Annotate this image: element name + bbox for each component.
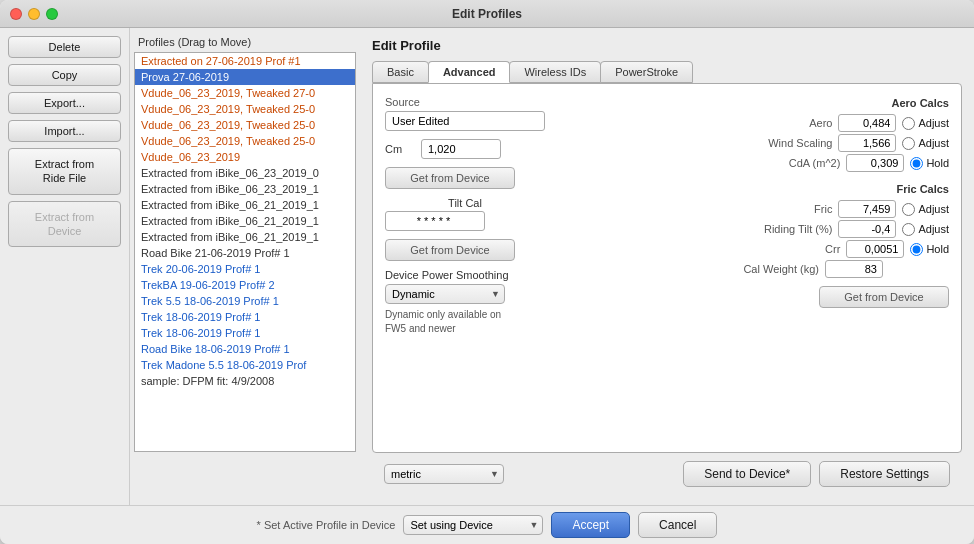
accept-button[interactable]: Accept: [551, 512, 630, 538]
maximize-button[interactable]: [46, 8, 58, 20]
crr-hold-input[interactable]: [910, 243, 923, 256]
cda-hold-input[interactable]: [910, 157, 923, 170]
riding-tilt-input[interactable]: [838, 220, 896, 238]
fric-adjust-label: Adjust: [918, 203, 949, 215]
edit-profile-title: Edit Profile: [372, 38, 962, 53]
close-button[interactable]: [10, 8, 22, 20]
metric-select-wrapper: metric imperial ▼: [384, 464, 504, 484]
get-from-device-2-button[interactable]: Get from Device: [385, 239, 515, 261]
list-item[interactable]: Extracted from iBike_06_21_2019_1: [135, 213, 355, 229]
source-input[interactable]: [385, 111, 545, 131]
list-item[interactable]: Trek 5.5 18-06-2019 Prof# 1: [135, 293, 355, 309]
titlebar: Edit Profiles: [0, 0, 974, 28]
source-label: Source: [385, 96, 545, 108]
aero-adjust-radio: Adjust: [902, 117, 949, 130]
list-item[interactable]: Extracted on 27-06-2019 Prof #1: [135, 53, 355, 69]
smoothing-section: Device Power Smoothing Dynamic 1 second …: [385, 269, 545, 336]
cda-input[interactable]: [846, 154, 904, 172]
send-to-device-button[interactable]: Send to Device*: [683, 461, 811, 487]
source-row: Source: [385, 96, 545, 131]
smoothing-select-wrapper: Dynamic 1 second 3 seconds ▼: [385, 284, 505, 304]
tab-content: Source Cm Get from Device: [372, 83, 962, 453]
get-device-3-row: Get from Device: [561, 286, 949, 308]
list-item[interactable]: Trek Madone 5.5 18-06-2019 Prof: [135, 357, 355, 373]
cal-weight-input[interactable]: [825, 260, 883, 278]
tab-basic[interactable]: Basic: [372, 61, 429, 83]
list-item[interactable]: Vdude_06_23_2019: [135, 149, 355, 165]
list-item[interactable]: Vdude_06_23_2019, Tweaked 25-0: [135, 101, 355, 117]
extract-device-button[interactable]: Extract fromDevice: [8, 201, 121, 248]
footer-note: * Set Active Profile in Device: [257, 519, 396, 531]
list-item[interactable]: Trek 18-06-2019 Prof# 1: [135, 325, 355, 341]
list-item[interactable]: Extracted from iBike_06_23_2019_1: [135, 181, 355, 197]
aero-adjust-input[interactable]: [902, 117, 915, 130]
cm-label: Cm: [385, 143, 415, 155]
list-item[interactable]: Extracted from iBike_06_21_2019_1: [135, 197, 355, 213]
list-item[interactable]: Extracted from iBike_06_21_2019_1: [135, 229, 355, 245]
extract-ride-button[interactable]: Extract fromRide File: [8, 148, 121, 195]
list-item[interactable]: Vdude_06_23_2019, Tweaked 27-0: [135, 85, 355, 101]
crr-label: Crr: [760, 243, 840, 255]
left-column: Source Cm Get from Device: [385, 96, 545, 336]
list-item[interactable]: Vdude_06_23_2019, Tweaked 25-0: [135, 133, 355, 149]
profile-list[interactable]: Extracted on 27-06-2019 Prof #1Prova 27-…: [134, 52, 356, 452]
footer: * Set Active Profile in Device Set using…: [0, 505, 974, 544]
list-item[interactable]: sample: DFPM fit: 4/9/2008: [135, 373, 355, 389]
tab-wireless-ids[interactable]: Wireless IDs: [509, 61, 601, 83]
tilt-input[interactable]: [385, 211, 485, 231]
aero-radio-group: Adjust: [902, 117, 949, 130]
delete-button[interactable]: Delete: [8, 36, 121, 58]
smoothing-select[interactable]: Dynamic 1 second 3 seconds: [385, 284, 505, 304]
form-body: Source Cm Get from Device: [385, 96, 949, 336]
fric-label: Fric: [752, 203, 832, 215]
wind-adjust-input[interactable]: [902, 137, 915, 150]
set-using-device-select[interactable]: Set using Device: [403, 515, 543, 535]
set-using-device-wrapper: Set using Device ▼: [403, 515, 543, 535]
list-item[interactable]: Extracted from iBike_06_23_2019_0: [135, 165, 355, 181]
wind-scaling-input[interactable]: [838, 134, 896, 152]
aero-input[interactable]: [838, 114, 896, 132]
right-panel: Edit Profile BasicAdvancedWireless IDsPo…: [360, 28, 974, 505]
metric-select[interactable]: metric imperial: [384, 464, 504, 484]
list-item[interactable]: TrekBA 19-06-2019 Prof# 2: [135, 277, 355, 293]
import-button[interactable]: Import...: [8, 120, 121, 142]
dynamic-note: Dynamic only available onFW5 and newer: [385, 308, 545, 336]
get-from-device-3-button[interactable]: Get from Device: [819, 286, 949, 308]
list-item[interactable]: Vdude_06_23_2019, Tweaked 25-0: [135, 117, 355, 133]
cda-radio-group: Hold: [910, 157, 949, 170]
riding-radio-group: Adjust: [902, 223, 949, 236]
get-device-2-row: Get from Device: [385, 239, 545, 261]
bottom-left: metric imperial ▼: [384, 464, 504, 484]
crr-input[interactable]: [846, 240, 904, 258]
main-content: Delete Copy Export... Import... Extract …: [0, 28, 974, 505]
cm-input[interactable]: [421, 139, 501, 159]
cal-weight-label: Cal Weight (kg): [739, 263, 819, 275]
list-item[interactable]: Trek 18-06-2019 Prof# 1: [135, 309, 355, 325]
tilt-cal-label: Tilt Cal: [385, 197, 545, 209]
wind-scaling-label: Wind Scaling: [752, 137, 832, 149]
list-item[interactable]: Trek 20-06-2019 Prof# 1: [135, 261, 355, 277]
riding-adjust-input[interactable]: [902, 223, 915, 236]
export-button[interactable]: Export...: [8, 92, 121, 114]
crr-hold-label: Hold: [926, 243, 949, 255]
tab-powerstroke[interactable]: PowerStroke: [600, 61, 693, 83]
smoothing-label: Device Power Smoothing: [385, 269, 545, 281]
list-item[interactable]: Prova 27-06-2019: [135, 69, 355, 85]
wind-row: Wind Scaling Adjust: [561, 134, 949, 152]
fric-input[interactable]: [838, 200, 896, 218]
crr-radio-group: Hold: [910, 243, 949, 256]
tab-advanced[interactable]: Advanced: [428, 61, 511, 83]
main-window: Edit Profiles Delete Copy Export... Impo…: [0, 0, 974, 544]
aero-row: Aero Adjust: [561, 114, 949, 132]
cda-label: CdA (m^2): [760, 157, 840, 169]
window-title: Edit Profiles: [452, 7, 522, 21]
list-item[interactable]: Road Bike 18-06-2019 Prof# 1: [135, 341, 355, 357]
restore-settings-button[interactable]: Restore Settings: [819, 461, 950, 487]
get-from-device-1-button[interactable]: Get from Device: [385, 167, 515, 189]
cancel-button[interactable]: Cancel: [638, 512, 717, 538]
minimize-button[interactable]: [28, 8, 40, 20]
fric-adjust-input[interactable]: [902, 203, 915, 216]
copy-button[interactable]: Copy: [8, 64, 121, 86]
list-item[interactable]: Road Bike 21-06-2019 Prof# 1: [135, 245, 355, 261]
profile-section: Profiles (Drag to Move) Extracted on 27-…: [130, 28, 360, 505]
